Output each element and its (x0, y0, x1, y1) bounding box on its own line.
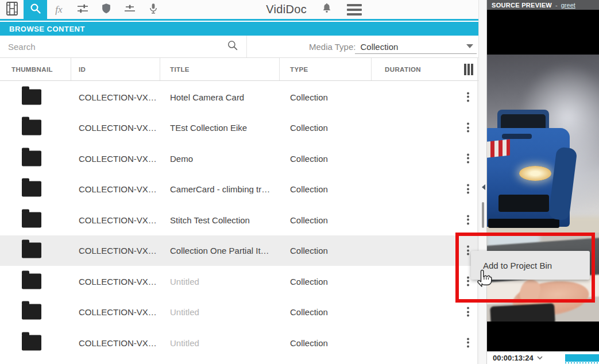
folder-icon (22, 181, 41, 197)
column-header-id[interactable]: ID (79, 58, 86, 80)
row-type: Collection (290, 307, 328, 317)
menu-icon[interactable] (347, 4, 362, 16)
sliders-tab[interactable] (71, 0, 94, 19)
car-livery-stripe-shape (487, 139, 510, 158)
row-type: Collection (290, 215, 328, 224)
column-settings-icon[interactable] (464, 64, 473, 75)
search-tab[interactable] (24, 0, 47, 19)
table-row[interactable]: COLLECTION-VX… Untitled Collection (0, 266, 478, 297)
dark-object-shape (490, 303, 555, 322)
folder-icon (22, 212, 41, 227)
row-title: Hotel Camera Card (170, 92, 244, 102)
collapse-panel-arrow-icon[interactable] (482, 184, 485, 190)
table-row[interactable]: COLLECTION-VX… Demo Collection (0, 143, 478, 174)
folder-icon (22, 243, 41, 258)
film-strip-icon (6, 1, 18, 18)
chevron-down-icon[interactable] (466, 44, 473, 48)
panel-divider (478, 0, 487, 364)
car-grille-shape (498, 195, 549, 212)
row-title: CamerCard - climbing tr… (170, 184, 270, 194)
row-actions-kebab-icon[interactable] (465, 305, 472, 319)
microphone-icon (147, 2, 160, 18)
letterbox-bar (487, 322, 599, 351)
table-row[interactable]: COLLECTION-VX… Hotel Camera Card Collect… (0, 82, 478, 113)
row-title: Untitled (170, 307, 199, 317)
column-header-title[interactable]: TITLE (170, 58, 190, 80)
effects-tab[interactable]: fx (47, 0, 71, 19)
table-row[interactable]: COLLECTION-VX… Collection One Partial It… (0, 235, 478, 266)
media-type-select[interactable]: Media Type: Collection (309, 36, 398, 57)
accent-divider (0, 19, 487, 21)
timeline-segment[interactable] (565, 354, 599, 362)
shield-tab[interactable] (94, 0, 118, 19)
column-separator (160, 58, 160, 80)
source-preview-header: SOURCE PREVIEW - greet (487, 0, 599, 10)
search-icon (29, 2, 42, 17)
table-row[interactable]: COLLECTION-VX… Untitled Collection (0, 327, 478, 358)
car-bumper-shape (488, 219, 559, 228)
folder-icon (22, 304, 41, 320)
row-actions-kebab-icon[interactable] (465, 335, 472, 350)
row-id: COLLECTION-VX… (79, 184, 157, 194)
film-strip-tab[interactable] (0, 0, 24, 19)
row-actions-kebab-icon[interactable] (465, 151, 472, 165)
equalizer-tab[interactable] (118, 0, 141, 19)
table-row[interactable]: COLLECTION-VX… Untitled Collection (0, 297, 478, 328)
top-bar: fx Vi (0, 0, 487, 19)
row-title: Demo (170, 153, 193, 163)
column-header-type[interactable]: TYPE (290, 58, 308, 80)
notifications-bell-icon[interactable] (320, 2, 333, 18)
preview-asset-link[interactable]: greet (561, 2, 575, 9)
folder-icon (22, 150, 41, 166)
column-header-duration[interactable]: DURATION (385, 58, 421, 80)
row-type: Collection (290, 246, 328, 255)
table-header: THUMBNAIL ID TITLE TYPE DURATION (0, 57, 478, 81)
table-row[interactable]: COLLECTION-VX… Stitch Test Collection Co… (0, 204, 478, 235)
source-preview-panel: SOURCE PREVIEW - greet (487, 0, 599, 364)
media-type-underline (355, 53, 477, 54)
fx-icon: fx (55, 4, 62, 16)
row-title: TEst Collection Eike (170, 123, 247, 133)
column-header-thumbnail[interactable]: THUMBNAIL (11, 58, 53, 80)
shield-icon (100, 2, 113, 18)
row-actions-kebab-icon[interactable] (465, 121, 472, 135)
app-title: VidiDoc (266, 3, 307, 16)
equalizer-icon (123, 2, 137, 18)
row-actions-kebab-icon[interactable] (465, 90, 472, 104)
magnifier-icon[interactable] (227, 40, 238, 53)
row-id: COLLECTION-VX… (79, 307, 157, 317)
sliders-icon (76, 2, 90, 18)
row-id: COLLECTION-VX… (79, 338, 157, 347)
row-id: COLLECTION-VX… (79, 215, 157, 224)
car-windshield-shape (501, 114, 546, 129)
row-title: Collection One Partial It… (170, 246, 269, 255)
row-type: Collection (290, 338, 328, 347)
column-separator (71, 58, 71, 80)
browse-content-title: BROWSE CONTENT (9, 25, 85, 33)
row-title: Untitled (170, 338, 199, 347)
row-id: COLLECTION-VX… (79, 92, 157, 102)
table-row[interactable]: COLLECTION-VX… CamerCard - climbing tr… … (0, 174, 478, 205)
folder-icon (22, 335, 41, 350)
preview-title-separator: - (555, 2, 558, 9)
folder-icon (22, 89, 41, 104)
row-actions-kebab-icon[interactable] (465, 212, 472, 227)
microphone-tab[interactable] (141, 0, 165, 19)
scrollbar-thumb[interactable] (482, 202, 484, 228)
row-title: Untitled (170, 276, 199, 286)
video-frame-rally-car (487, 55, 599, 233)
row-type: Collection (290, 153, 328, 163)
search-placeholder: Search (8, 42, 227, 52)
browse-content-bar: BROWSE CONTENT (0, 22, 482, 36)
row-type: Collection (290, 276, 328, 286)
table-body: COLLECTION-VX… Hotel Camera Card Collect… (0, 82, 478, 364)
table-row[interactable]: COLLECTION-VX… TEst Collection Eike Coll… (0, 113, 478, 144)
car-headlight-shape (519, 166, 551, 181)
column-separator (371, 58, 372, 80)
row-type: Collection (290, 123, 328, 133)
row-id: COLLECTION-VX… (79, 123, 157, 133)
row-id: COLLECTION-VX… (79, 246, 157, 255)
timecode-dropdown[interactable]: 00:00:13:24 (493, 354, 543, 362)
row-actions-kebab-icon[interactable] (465, 182, 472, 196)
search-input[interactable]: Search (0, 36, 247, 57)
